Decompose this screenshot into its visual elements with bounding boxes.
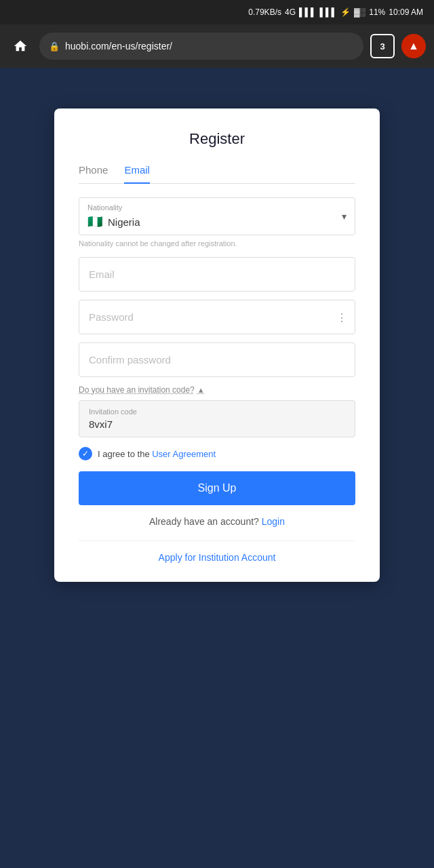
agreement-checkbox[interactable]: ✓ (79, 447, 92, 460)
network-type: 4G (285, 7, 296, 17)
status-bar: 0.79KB/s 4G ▌▌▌ ▌▌▌ ⚡ ▓░ 11% 10:09 AM (0, 0, 434, 24)
invitation-code-value: 8vxi7 (89, 418, 345, 430)
battery-percent: 11% (369, 7, 385, 17)
home-button[interactable] (8, 34, 33, 58)
register-title: Register (79, 130, 355, 148)
lock-icon: 🔒 (49, 41, 60, 52)
page-content: Register Phone Email Nationality 🇳🇬 Nige… (0, 68, 434, 868)
chevron-down-icon: ▾ (342, 211, 347, 222)
nationality-text: Nigeria (108, 216, 140, 228)
signup-button[interactable]: Sign Up (79, 471, 355, 505)
battery-icon: ▓░ (354, 7, 366, 17)
agreement-row: ✓ I agree to the User Agreement (79, 447, 355, 460)
password-visibility-icon[interactable]: ⋮ (336, 311, 347, 323)
confirm-password-input[interactable] (79, 342, 355, 377)
institution-account-link[interactable]: Apply for Institution Account (79, 552, 355, 563)
nationality-value: 🇳🇬 Nigeria (87, 214, 347, 229)
signal-icon: ▌▌▌ (299, 7, 317, 17)
scroll-top-button[interactable]: ▲ (401, 34, 426, 58)
tab-phone[interactable]: Phone (79, 164, 108, 184)
confirm-password-wrapper (79, 342, 355, 377)
agreement-text: I agree to the User Agreement (98, 449, 216, 459)
email-input[interactable] (79, 257, 355, 292)
invitation-code-label: Invitation code (89, 408, 345, 416)
invitation-code-toggle[interactable]: Do you have an invitation code? ▲ (79, 385, 355, 395)
chevron-up-icon: ▲ (197, 386, 205, 394)
user-agreement-link[interactable]: User Agreement (152, 449, 216, 459)
address-bar[interactable]: 🔒 huobi.com/en-us/register/ (39, 33, 363, 60)
status-bar-right: 0.79KB/s 4G ▌▌▌ ▌▌▌ ⚡ ▓░ 11% 10:09 AM (248, 7, 423, 17)
bolt-icon: ⚡ (340, 7, 351, 17)
network-speed: 0.79KB/s (248, 7, 281, 17)
register-tabs: Phone Email (79, 164, 355, 184)
nationality-label: Nationality (87, 203, 347, 212)
tab-count-button[interactable]: 3 (370, 34, 395, 58)
signal-icon-2: ▌▌▌ (320, 7, 338, 17)
arrow-up-icon: ▲ (408, 40, 419, 52)
email-wrapper (79, 257, 355, 292)
login-link[interactable]: Login (262, 516, 285, 527)
nationality-note: Nationality cannot be changed after regi… (79, 239, 355, 248)
tab-email[interactable]: Email (124, 164, 150, 184)
password-wrapper: ⋮ (79, 300, 355, 334)
time: 10:09 AM (389, 7, 423, 17)
register-card: Register Phone Email Nationality 🇳🇬 Nige… (54, 108, 380, 582)
nationality-flag: 🇳🇬 (87, 214, 102, 229)
login-row: Already have an account? Login (79, 516, 355, 527)
browser-chrome: 🔒 huobi.com/en-us/register/ 3 ▲ (0, 24, 434, 68)
invitation-code-box: Invitation code 8vxi7 (79, 400, 355, 437)
checkmark-icon: ✓ (82, 449, 89, 458)
password-input[interactable] (79, 300, 355, 334)
card-divider (79, 540, 355, 541)
nationality-dropdown[interactable]: Nationality 🇳🇬 Nigeria ▾ (79, 197, 355, 235)
url-text: huobi.com/en-us/register/ (65, 41, 172, 52)
